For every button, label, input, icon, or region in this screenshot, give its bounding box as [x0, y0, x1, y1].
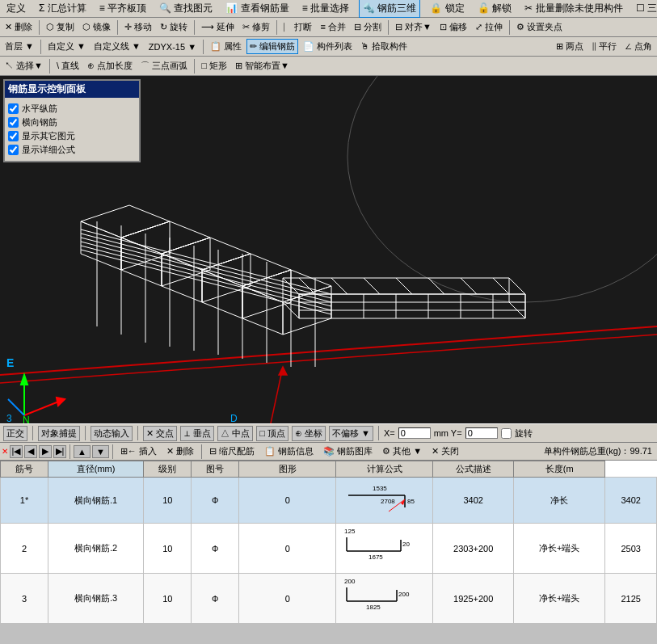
- svg-text:200: 200: [344, 578, 356, 585]
- menu-find[interactable]: 🔍 查找图元: [156, 0, 216, 17]
- x-label: X=: [384, 428, 395, 438]
- menu-view-rebar[interactable]: 📊 查看钢筋量: [222, 0, 292, 17]
- btn-move[interactable]: ✛ 移动: [121, 19, 155, 35]
- nav-prev[interactable]: ◀: [24, 445, 37, 458]
- btn-split[interactable]: ⊟ 分割: [351, 19, 385, 35]
- status-snap[interactable]: 对象捕提: [38, 426, 80, 441]
- cell-name: 横向钢筋.1: [48, 478, 143, 524]
- btn-point-length[interactable]: ⊕ 点加长度: [84, 58, 136, 74]
- btn-component-list[interactable]: 📄 构件列表: [300, 39, 356, 54]
- cell-id: 3: [1, 574, 48, 624]
- btn-close[interactable]: ✕ 关闭: [427, 444, 463, 459]
- btn-delete[interactable]: ✕ 删除: [2, 19, 36, 35]
- cell-diameter: 10: [144, 524, 192, 574]
- menu-unlock[interactable]: 🔓 解锁: [474, 0, 515, 17]
- svg-text:1825: 1825: [366, 604, 381, 611]
- zdyx-select[interactable]: ZDYX-15 ▼: [145, 40, 200, 53]
- cell-shape-svg: 200 1825 200: [336, 574, 433, 624]
- nav-first[interactable]: |◀: [10, 445, 23, 458]
- col-header-id[interactable]: 筋号: [1, 461, 48, 478]
- btn-rebar-delete[interactable]: ✕ 删除: [162, 444, 198, 459]
- check-other-input[interactable]: [8, 131, 19, 141]
- btn-rect[interactable]: □ 矩形: [198, 58, 230, 74]
- x-input[interactable]: [398, 427, 431, 439]
- layer-select[interactable]: 首层 ▼: [2, 39, 37, 54]
- status-perp[interactable]: ⊥ 垂点: [180, 426, 214, 441]
- btn-extend[interactable]: ⟶ 延伸: [198, 19, 238, 35]
- btn-offset[interactable]: ⊡ 偏移: [436, 19, 470, 35]
- table-row[interactable]: 1* 横向钢筋.1 10 Ф 0 1535 2708 85: [1, 478, 657, 524]
- layer-subtype[interactable]: 自定义线 ▼: [91, 39, 144, 54]
- btn-mirror[interactable]: ⬡ 镜像: [79, 19, 114, 35]
- status-nooffset[interactable]: 不偏移 ▼: [329, 426, 373, 441]
- btn-break[interactable]: ⎸ 打断: [280, 19, 315, 35]
- menu-batch-delete[interactable]: ✂ 批量删除未使用构件: [521, 0, 625, 17]
- menu-3d[interactable]: ☐ 三维: [633, 0, 657, 17]
- menu-lock[interactable]: 🔒 锁定: [427, 0, 467, 17]
- menu-align[interactable]: ≡ 平齐板顶: [96, 0, 150, 17]
- btn-trim[interactable]: ✂ 修剪: [239, 19, 273, 35]
- menu-rebar-3d[interactable]: 🔩 钢筋三维: [359, 0, 420, 18]
- nav-next[interactable]: ▶: [39, 445, 52, 458]
- status-dynamic[interactable]: 动态输入: [91, 426, 133, 441]
- rebar-shape-1: 1535 2708 85: [340, 479, 429, 520]
- y-input[interactable]: [465, 427, 498, 439]
- btn-property[interactable]: 📋 属性: [207, 39, 245, 54]
- btn-other[interactable]: ⚙ 其他 ▼: [378, 444, 426, 459]
- btn-stretch[interactable]: ⤢ 拉伸: [472, 19, 506, 35]
- btn-line[interactable]: \ 直线: [53, 58, 82, 74]
- check-formula[interactable]: 显示详细公式: [8, 144, 136, 156]
- btn-merge[interactable]: ≡ 合并: [318, 19, 349, 35]
- btn-edit-rebar[interactable]: ✏ 编辑钢筋: [246, 39, 298, 54]
- table-row[interactable]: 2 横向钢筋.2 10 Ф 0 125 1675 20 2303: [1, 524, 657, 574]
- status-coord[interactable]: ⊕ 坐标: [292, 426, 326, 441]
- status-ortho[interactable]: 正交: [3, 426, 27, 441]
- btn-smart-layout[interactable]: ⊞ 智能布置▼: [232, 58, 293, 74]
- btn-arc[interactable]: ⌒ 三点画弧: [137, 58, 191, 74]
- status-sep4: [378, 426, 379, 440]
- btn-rebar-info[interactable]: 📋 钢筋信息: [260, 444, 318, 459]
- status-vertex[interactable]: □ 顶点: [256, 426, 288, 441]
- col-header-grade[interactable]: 级别: [144, 461, 192, 478]
- check-formula-input[interactable]: [8, 145, 19, 155]
- btn-rebar-lib[interactable]: 📚 钢筋图库: [319, 444, 377, 459]
- btn-align[interactable]: ⊟ 对齐▼: [392, 19, 435, 35]
- status-intersect[interactable]: ✕ 交点: [143, 426, 177, 441]
- y-label: mm Y=: [434, 428, 462, 438]
- sep-t3-2: [194, 59, 195, 74]
- btn-point-angle[interactable]: ∠ 点角: [621, 39, 655, 54]
- check-transverse-input[interactable]: [8, 117, 19, 128]
- check-other[interactable]: 显示其它图元: [8, 130, 136, 142]
- check-horizontal-input[interactable]: [8, 103, 19, 114]
- col-header-diameter[interactable]: 直径(mm): [48, 461, 143, 478]
- col-header-length[interactable]: 长度(m: [514, 461, 605, 478]
- nav-up[interactable]: ▲: [74, 445, 91, 458]
- btn-grip[interactable]: ⚙ 设置夹点: [513, 19, 566, 35]
- layer-type[interactable]: 自定义 ▼: [44, 39, 89, 54]
- btn-parallel[interactable]: ∥ 平行: [588, 39, 620, 54]
- btn-rotate[interactable]: ↻ 旋转: [157, 19, 191, 35]
- btn-scale-layout[interactable]: ⊟ 缩尺配筋: [205, 444, 259, 459]
- menu-batch-select[interactable]: ≡ 批量选择: [299, 0, 352, 17]
- check-transverse[interactable]: 横向钢筋: [8, 116, 136, 128]
- btn-two-points[interactable]: ⊞ 两点: [553, 39, 587, 54]
- menu-define[interactable]: 定义: [3, 0, 29, 17]
- canvas-area: E N 3 D 钢筋显示控制面板 水平纵筋 横向钢筋: [0, 76, 657, 423]
- col-header-formula[interactable]: 计算公式: [336, 461, 433, 478]
- col-header-desc[interactable]: 公式描述: [433, 461, 514, 478]
- btn-insert[interactable]: ⊞← 插入: [116, 444, 161, 459]
- status-bar: 正交 对象捕提 动态输入 ✕ 交点 ⊥ 垂点 △ 中点 □ 顶点 ⊕ 坐标 不偏…: [0, 423, 657, 443]
- col-header-shape-num[interactable]: 图号: [192, 461, 239, 478]
- nav-down[interactable]: ▼: [92, 445, 109, 458]
- table-row[interactable]: 3 横向钢筋.3 10 Ф 0 200 1825 200 192: [1, 574, 657, 624]
- nav-last[interactable]: ▶|: [53, 445, 66, 458]
- status-mid[interactable]: △ 中点: [217, 426, 253, 441]
- btn-pickup[interactable]: 🖱 拾取构件: [357, 39, 411, 54]
- col-header-shape[interactable]: 图形: [239, 461, 336, 478]
- check-horizontal[interactable]: 水平纵筋: [8, 103, 136, 115]
- control-panel: 钢筋显示控制面板 水平纵筋 横向钢筋 显示其它图元 显示详细公式: [3, 79, 141, 162]
- btn-select[interactable]: ↖ 选择▼: [2, 58, 46, 74]
- btn-copy[interactable]: ⬡ 复制: [43, 19, 78, 35]
- rotate-check[interactable]: [501, 428, 512, 439]
- menu-sum[interactable]: Σ 汇总计算: [36, 0, 90, 17]
